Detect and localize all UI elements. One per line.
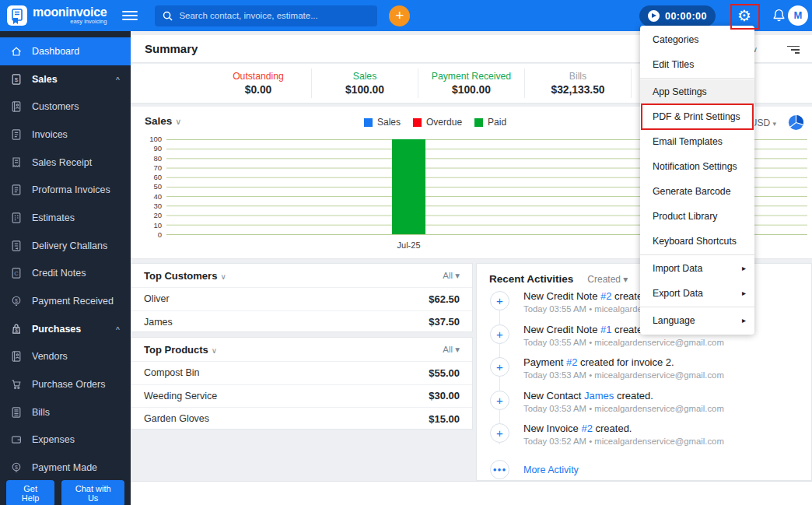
more-activity-row: ●●● More Activity xyxy=(477,460,811,480)
menu-item-export-data[interactable]: Export Data ▸ xyxy=(640,281,754,306)
activity-link[interactable]: #1 xyxy=(600,324,611,335)
svg-text:$: $ xyxy=(15,76,19,83)
sidebar-item-credit-notes[interactable]: C Credit Notes xyxy=(0,260,131,288)
page: mooninvoice easy invoicing + 00:00:00 ⚙ … xyxy=(0,0,812,505)
product-name: Weeding Service xyxy=(144,391,217,402)
sidebar-item-payment-received[interactable]: $ Payment Received xyxy=(0,287,131,315)
more-activity-link[interactable]: More Activity xyxy=(523,465,579,475)
sidebar-item-payment-made[interactable]: $ Payment Made xyxy=(0,454,131,482)
sidebar-item-purchases[interactable]: $ Purchases ^ xyxy=(0,315,131,343)
sidebar-item-sales[interactable]: $ Sales ^ xyxy=(0,65,131,93)
chevron-down-icon: ∨ xyxy=(220,272,226,281)
product-row[interactable]: Garden Gloves $15.00 xyxy=(131,407,472,430)
get-help-button[interactable]: Get Help xyxy=(6,480,54,505)
customer-name: Oliver xyxy=(144,293,170,304)
sidebar-item-expenses[interactable]: Expenses xyxy=(0,426,131,454)
legend-swatch xyxy=(474,118,483,127)
user-avatar[interactable]: M xyxy=(788,5,808,26)
chevron-up-icon[interactable]: ^ xyxy=(116,75,120,83)
menu-item-edit-titles[interactable]: Edit Titles xyxy=(640,52,754,77)
sidebar-item-bills[interactable]: Bills xyxy=(0,398,131,426)
menu-item-product-library[interactable]: Product Library xyxy=(640,204,754,229)
activity-link[interactable]: #2 xyxy=(600,290,611,302)
chart-bar-paid[interactable] xyxy=(392,139,425,234)
top-products-title[interactable]: Top Products∨ xyxy=(144,344,217,356)
legend-item-overdue: Overdue xyxy=(413,117,462,128)
page-title: Summary xyxy=(145,42,198,55)
sidebar-item-sales-receipt[interactable]: Sales Receipt xyxy=(0,149,131,177)
recent-activities-filter[interactable]: Created ▾ xyxy=(587,274,628,285)
search-input[interactable] xyxy=(179,11,369,20)
top-products-filter[interactable]: All ▾ xyxy=(443,344,460,355)
search-icon xyxy=(163,11,173,21)
menu-item-language[interactable]: Language ▸ xyxy=(640,308,754,333)
stat-bills[interactable]: Bills $32,133.50 xyxy=(525,68,632,98)
timer-value: 00:00:00 xyxy=(665,11,707,22)
plus-circle-icon[interactable]: + xyxy=(490,391,509,410)
legend-item-paid: Paid xyxy=(474,117,506,128)
pie-chart-icon[interactable] xyxy=(788,114,804,131)
filter-icon[interactable] xyxy=(787,44,800,54)
menu-item-generate-barcode[interactable]: Generate Barcode xyxy=(640,179,754,204)
customer-row[interactable]: Oliver $62.50 xyxy=(131,287,472,310)
stat-payment-received[interactable]: Payment Received $100.00 xyxy=(418,68,525,98)
plus-circle-icon[interactable]: + xyxy=(490,324,509,344)
menu-item-app-settings[interactable]: App Settings xyxy=(640,79,754,104)
footer-strip xyxy=(131,481,812,505)
chevron-up-icon[interactable]: ^ xyxy=(116,325,120,333)
timer-widget[interactable]: 00:00:00 xyxy=(639,5,716,26)
menu-item-email-templates[interactable]: Email Templates xyxy=(640,129,754,154)
activity-link[interactable]: #2 xyxy=(581,423,592,434)
menu-item-keyboard-shortcuts[interactable]: Keyboard Shortcuts xyxy=(640,229,754,254)
sidebar-item-estimates[interactable]: Estimates xyxy=(0,204,131,232)
notifications-bell-icon[interactable] xyxy=(772,8,786,23)
sidebar-item-delivery-challans[interactable]: Delivery Challans xyxy=(0,232,131,260)
global-search[interactable] xyxy=(155,5,377,26)
stat-value: $0.00 xyxy=(245,84,272,96)
chevron-down-icon: ▾ xyxy=(772,120,776,128)
sidebar-item-label: Vendors xyxy=(32,351,68,362)
sidebar-item-label: Bills xyxy=(32,407,50,418)
menu-item-import-data[interactable]: Import Data ▸ xyxy=(640,256,754,281)
menu-divider xyxy=(640,254,754,255)
play-icon[interactable] xyxy=(648,10,660,22)
quick-add-button[interactable]: + xyxy=(389,5,410,26)
credit-note-icon: C xyxy=(10,267,23,279)
plus-circle-icon[interactable]: + xyxy=(490,291,509,310)
sidebar-item-purchase-orders[interactable]: Purchase Orders xyxy=(0,370,131,398)
menu-item-pdf-print-settings[interactable]: PDF & Print Settings xyxy=(640,104,754,129)
brand[interactable]: mooninvoice easy invoicing xyxy=(7,5,107,26)
sidebar-item-customers[interactable]: Customers xyxy=(0,93,131,121)
product-row[interactable]: Compost Bin $55.00 xyxy=(131,361,472,384)
customer-amount: $62.50 xyxy=(429,293,460,305)
vendors-book-icon xyxy=(10,350,23,363)
product-amount: $30.00 xyxy=(429,390,460,402)
activity-link[interactable]: James xyxy=(584,390,614,402)
customer-row[interactable]: James $37.50 xyxy=(131,310,472,334)
settings-gear-icon[interactable]: ⚙ xyxy=(737,5,751,26)
stat-outstanding[interactable]: Outstanding $0.00 xyxy=(205,68,312,98)
activity-link[interactable]: #2 xyxy=(566,356,577,368)
product-amount: $15.00 xyxy=(429,413,460,425)
top-customers-panel: Top Customers∨ All ▾ Oliver $62.50 James… xyxy=(131,263,473,332)
top-customers-title[interactable]: Top Customers∨ xyxy=(144,270,226,282)
submenu-arrow-icon: ▸ xyxy=(742,281,746,306)
menu-item-categories[interactable]: Categories xyxy=(640,27,754,52)
menu-item-notification-settings[interactable]: Notification Settings xyxy=(640,154,754,179)
sidebar-item-vendors[interactable]: Vendors xyxy=(0,343,131,371)
stat-sales[interactable]: Sales $100.00 xyxy=(312,68,418,98)
ellipsis-circle-icon[interactable]: ●●● xyxy=(490,460,509,479)
product-row[interactable]: Weeding Service $30.00 xyxy=(131,384,472,408)
hamburger-menu-icon[interactable] xyxy=(122,9,138,23)
sidebar-item-proforma-invoices[interactable]: Proforma Invoices xyxy=(0,176,131,204)
activity-item: + Payment #2 created for invoice 2. Toda… xyxy=(477,352,811,386)
legend-swatch xyxy=(364,118,373,127)
plus-circle-icon[interactable]: + xyxy=(490,423,509,443)
chart-title[interactable]: Sales∨ xyxy=(145,115,181,127)
legend-swatch xyxy=(413,118,422,127)
plus-circle-icon[interactable]: + xyxy=(490,357,509,377)
top-customers-filter[interactable]: All ▾ xyxy=(443,270,460,281)
sidebar-item-invoices[interactable]: Invoices xyxy=(0,121,131,149)
sidebar-item-dashboard[interactable]: Dashboard xyxy=(0,37,131,65)
chat-with-us-button[interactable]: Chat with Us xyxy=(61,480,124,505)
